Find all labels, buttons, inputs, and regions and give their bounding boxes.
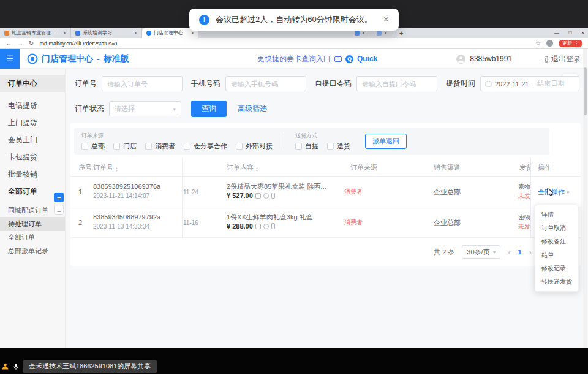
checkbox-option[interactable]: 自提 (295, 142, 318, 151)
update-badge[interactable]: 更新 ⋮ (559, 40, 582, 47)
list-icon[interactable]: ☰ (54, 205, 64, 215)
sidebar-item-card-pickup[interactable]: 卡包提货 (0, 148, 65, 166)
prev-page-button[interactable]: ‹ (508, 248, 510, 257)
sidebar: 订单中心 电话提货 上门提货 会员上门 卡包提货 批量核销 全部订单 同城配送订… (0, 69, 66, 348)
tab-label: 门店管理中心 (154, 29, 189, 36)
header-right: 8385wb1991 退出登录 (456, 49, 581, 69)
brand-logo-icon (27, 53, 38, 64)
next-page-button[interactable]: › (529, 248, 532, 257)
coupon-icon (334, 56, 342, 62)
sidebar-section-order-center[interactable]: 订单中心 (0, 75, 65, 92)
close-window-icon[interactable]: × (581, 30, 584, 36)
maximize-icon[interactable]: □ (568, 30, 571, 36)
order-no-value: 83859389251069376a (93, 182, 160, 191)
table-row[interactable]: 2 83859345088979792a 2023-11-13 14:33:34… (70, 207, 581, 238)
order-status-select[interactable]: 请选择 ▾ (109, 101, 181, 116)
search-button[interactable]: 查询 (191, 101, 227, 117)
sort-icon[interactable]: ▲▼ (115, 167, 118, 172)
menu-item-edit-record[interactable]: 修改记录 (535, 262, 578, 275)
scrollbar[interactable] (583, 49, 587, 348)
tab-close-icon[interactable]: × (362, 30, 365, 36)
quick-logo-icon: Q (345, 55, 353, 63)
menu-item-cancel-order[interactable]: 订单取消 (535, 221, 578, 235)
refresh-icon[interactable]: ↻ (29, 40, 34, 47)
profile-avatar-icon[interactable] (546, 40, 553, 47)
table-row[interactable]: 1 83859389251069376a 2023-11-21 14:14:07… (70, 177, 581, 207)
sidebar-item-phone-pickup[interactable]: 电话提货 (0, 97, 65, 114)
date-end-placeholder: 结束日期 (537, 79, 564, 88)
menu-item-detail[interactable]: 详情 (535, 208, 578, 221)
phone-input[interactable] (225, 76, 306, 91)
checkbox-option[interactable]: 外部对接 (236, 142, 273, 151)
username[interactable]: 8385wb1991 (470, 55, 512, 63)
quick-entry[interactable]: 更快捷的券卡查询入口 Q Quick (257, 49, 377, 69)
menu-item-settle[interactable]: 结单 (535, 248, 578, 262)
tab-label: 系统培训学习 (83, 29, 132, 36)
cell-channel: 企业总部 (434, 218, 461, 227)
sidebar-item-hq-dispatch-records[interactable]: 总部派单记录 (0, 244, 65, 258)
checkbox-option[interactable]: 总部 (81, 142, 105, 151)
action-label: 全部操作 (538, 188, 565, 195)
back-icon[interactable]: ← (6, 40, 12, 47)
sidebar-item-door-pickup[interactable]: 上门提货 (0, 114, 65, 131)
browser-tab-3-active[interactable]: 门店管理中心 × (142, 28, 198, 38)
tab-close-icon[interactable]: × (134, 30, 137, 36)
action-dropdown-trigger[interactable]: 全部操作 ▾ (538, 187, 570, 196)
menu-item-express-ship[interactable]: 转快递发货 (535, 275, 578, 289)
sort-icon[interactable]: ▲▼ (255, 167, 258, 172)
sidebar-item-pending-orders[interactable]: 待处理订单 (0, 217, 65, 231)
dispatch-return-button[interactable]: 派单退回 (365, 134, 407, 149)
fixed-column-divider-left (182, 158, 183, 238)
app-title-separator: - (97, 54, 100, 64)
tab-favicon (4, 31, 9, 36)
content-title: 1份XX生鲜羊肉礼盒3kg 礼盒 (227, 213, 346, 222)
sidebar-item-all-orders[interactable]: 全部订单 (0, 231, 65, 244)
bookmark-star-icon[interactable]: ☆ (535, 40, 541, 47)
col-index: 序号 (78, 158, 92, 177)
logout-icon (542, 56, 549, 63)
cell-hidden-date: 11-24 (183, 188, 204, 195)
col-delivery: 发货 (519, 158, 530, 177)
tab-close-icon[interactable]: × (384, 30, 387, 36)
current-page[interactable]: 1 (518, 248, 522, 256)
user-avatar-icon[interactable] (456, 55, 466, 64)
price-value: ¥ 527.00 (227, 192, 253, 199)
quick-label: Quick (357, 55, 377, 63)
browser-tab-2[interactable]: 系统培训学习 × (71, 28, 142, 38)
sidebar-item-batch-verify[interactable]: 批量核销 (0, 166, 65, 183)
close-icon[interactable]: × (383, 14, 389, 25)
scrollbar-thumb[interactable] (584, 67, 587, 115)
sidebar-item-member-visit[interactable]: 会员上门 (0, 131, 65, 148)
menu-item-edit-remark[interactable]: 修改备注 (535, 235, 578, 248)
checkbox-option[interactable]: 仓分享合作 (184, 142, 227, 151)
quick-entry-link[interactable]: 更快捷的券卡查询入口 (257, 54, 331, 64)
advanced-filter-link[interactable]: 高级筛选 (238, 104, 267, 114)
col-channel: 销售渠道 (434, 158, 461, 177)
minimize-icon[interactable]: — (554, 30, 559, 36)
cell-index: 2 (78, 219, 82, 226)
app-header: ☰ 门店管理中心 - 标准版 更快捷的券卡查询入口 Q Quick 8385wb… (0, 49, 588, 69)
col-source: 订单来源 (350, 158, 377, 177)
checkbox-option[interactable]: 送货 (327, 142, 350, 151)
checkbox-option[interactable]: 门店 (113, 142, 137, 151)
quick-nav-button[interactable]: ☰ (54, 193, 64, 202)
forward-icon[interactable]: → (17, 40, 23, 47)
page-size-select[interactable]: 30条/页 ▾ (462, 245, 500, 259)
logout-button[interactable]: 退出登录 (542, 54, 581, 64)
col-order-no[interactable]: 订单号▲▼ (93, 158, 118, 177)
browser-tab-1[interactable]: 礼盒营销专业管理中心 × (0, 28, 71, 38)
order-no-input[interactable] (102, 76, 183, 91)
tab-close-icon[interactable]: × (191, 30, 194, 36)
date-range-picker[interactable]: 2022-11-21 - 结束日期 (480, 76, 579, 91)
checkbox-icon (295, 143, 302, 150)
chevron-down-icon: ▾ (493, 249, 496, 255)
delivery-status-2: 未发 (518, 222, 530, 231)
pickup-code-input[interactable] (356, 76, 437, 91)
col-content[interactable]: 订单内容▲▼ (227, 158, 258, 177)
phone-label: 手机号码 (191, 78, 221, 89)
checkbox-option[interactable]: 消费者 (145, 142, 175, 151)
hamburger-menu-icon[interactable]: ☰ (0, 49, 20, 69)
order-time-value: 2023-11-21 14:14:07 (93, 191, 160, 200)
tab-close-icon[interactable]: × (63, 30, 66, 36)
url-text[interactable]: md.maboy.cn/AllOrder?status=1 (39, 40, 118, 47)
